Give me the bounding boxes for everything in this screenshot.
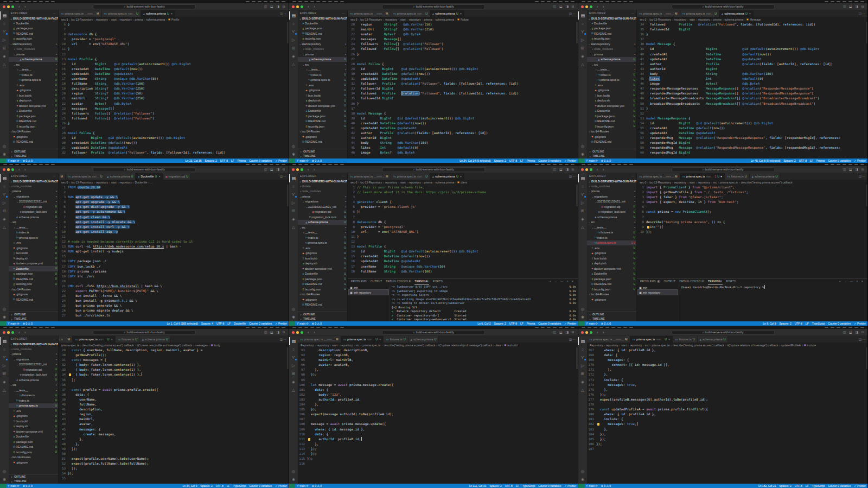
editor-scrollbar[interactable]: [866, 347, 867, 369]
explorer-more-icon[interactable]: ⋯: [53, 11, 56, 15]
tree-item-.gitignore[interactable]: ◆.gitignore: [298, 297, 347, 302]
tree-item-__tests__[interactable]: ⌄__tests__•: [9, 388, 58, 393]
command-center-search[interactable]: ⌕build-servers-with-bun-fastify: [93, 167, 196, 172]
breadcrumb-item[interactable]: schema.prisma: [436, 181, 455, 184]
tab-prisma.spec.ts[interactable]: TSprisma.spec.ts__tests__M: [348, 10, 391, 17]
tree-item-20231030132631_init[interactable]: ⌄20231030132631_init•: [298, 204, 347, 210]
tree-item-README.md[interactable]: ⓂREADME.md: [9, 140, 58, 145]
breadcrumb-item[interactable]: start: [621, 344, 627, 347]
breadcrumb-item[interactable]: sec-3: [640, 18, 646, 21]
tree-item-bun.lockb[interactable]: ▯bun.lockbU: [298, 93, 347, 98]
tree-item-tsconfig.json[interactable]: {}tsconfig.jsonU: [9, 282, 58, 287]
files-icon[interactable]: ▤: [0, 174, 9, 182]
terminal-item-1[interactable]: ▣zsh repository: [638, 290, 678, 295]
tab-schema.prisma[interactable]: ◭schema.prismaU×: [719, 10, 754, 17]
tree-item-index.ts[interactable]: TSindex.tsU: [587, 72, 636, 78]
breadcrumb-item[interactable]: repository: [606, 344, 618, 347]
breadcrumb-item[interactable]: describe("testing prisma access") callba…: [741, 181, 793, 184]
layout-toggle-icons[interactable]: ◫ ⬓ ◨ ⧉: [553, 167, 575, 172]
search-icon[interactable]: ○: [0, 20, 9, 28]
tree-item-bun.lockb[interactable]: ▯bun.lockbU: [587, 93, 636, 98]
indentation[interactable]: Spaces: 2: [493, 159, 508, 162]
remote-indicator[interactable]: [578, 484, 584, 488]
tree-item-README.md[interactable]: ⓂREADME.mdU: [9, 445, 58, 450]
language-mode[interactable]: Prisma: [815, 159, 827, 162]
extension-status[interactable]: Courier 0 variables: [826, 159, 852, 162]
layout-toggle-icons[interactable]: ◫ ⬓ ◨ ⧉: [264, 330, 286, 334]
problems-indicator[interactable]: ⊗ 0 ⚠ 0: [21, 484, 34, 487]
explorer-more-icon[interactable]: ⋯: [631, 174, 634, 178]
source-control-icon[interactable]: Ƴ: [0, 353, 9, 362]
window-controls[interactable]: [3, 168, 14, 171]
breadcrumb-item[interactable]: it("update relationship of message") cal…: [438, 344, 493, 347]
tab-prisma.spec.ts[interactable]: TSprisma.spec.tsstart…1U●: [680, 173, 725, 180]
minimize-window-button[interactable]: [296, 5, 299, 8]
docker-icon[interactable]: ◈: [289, 378, 298, 386]
encoding[interactable]: UTF-8: [508, 322, 519, 325]
terminal-item-0[interactable]: ▣zsh: [349, 285, 388, 290]
tree-item-package.json[interactable]: {}package.jsonU: [9, 439, 58, 445]
tab-prisma.spec.ts[interactable]: TSprisma.spec.ts__tests__M: [587, 336, 630, 343]
tab-Dockerfile[interactable]: ◈DockerfileU×: [136, 173, 163, 180]
maximize-window-button[interactable]: [11, 5, 14, 8]
code-editor[interactable]: 20 region String? @db.VarChar(50)21 main…: [348, 22, 578, 159]
tab-prisma.spec.ts[interactable]: TSprisma.spec.tsstart…U: [391, 173, 431, 180]
window-controls[interactable]: [292, 331, 303, 334]
tree-item-schema.prisma[interactable]: ◭schema.prismaU: [587, 214, 636, 220]
remote-indicator[interactable]: [0, 484, 6, 488]
panel-tab-terminal[interactable]: TERMINAL: [414, 278, 429, 284]
breadcrumb-item[interactable]: describe("testing prisma access") callba…: [82, 344, 134, 347]
tree-item-Dockerfile[interactable]: ◈DockerfileU: [587, 109, 636, 114]
extensions-icon[interactable]: ⊞: [289, 370, 298, 378]
editor-scrollbar[interactable]: [576, 185, 578, 206]
tree-item-__tests__[interactable]: ⌄__tests__•: [587, 225, 636, 230]
explorer-more-icon[interactable]: ⋯: [53, 337, 56, 340]
tree-item-README.md[interactable]: ⓂREADME.md: [587, 31, 636, 36]
files-icon[interactable]: ▤: [289, 174, 298, 182]
tab-fixtures.ts[interactable]: TSfixtures.tsU: [384, 336, 408, 343]
cursor-position[interactable]: Ln 182, Col 22: [757, 484, 778, 487]
tree-item-deploy.sh[interactable]: $deploy.shU: [9, 256, 58, 261]
tree-item-node_modules[interactable]: ›node_modules: [298, 189, 347, 194]
eol[interactable]: LF: [226, 322, 232, 325]
breadcrumb-item[interactable]: repository: [409, 181, 421, 184]
maximize-window-button[interactable]: [11, 168, 14, 171]
breadcrumb-item[interactable]: repository: [698, 18, 710, 21]
tree-item-Dockerfile[interactable]: ◈Dockerfile: [587, 21, 636, 26]
breadcrumb-item[interactable]: Message: [750, 18, 761, 21]
breadcrumb-item[interactable]: repository: [120, 18, 132, 21]
window-controls[interactable]: [581, 5, 592, 8]
tree-item-.gitignore[interactable]: ◆.gitignoreU: [9, 414, 58, 419]
tree-item-fixtures.ts[interactable]: TSfixtures.tsU: [9, 393, 58, 398]
tree-item-package.json[interactable]: {}package.jsonU: [9, 113, 58, 119]
extensions-icon[interactable]: ⊞: [0, 370, 9, 378]
extensions-icon[interactable]: ⊞: [578, 44, 587, 52]
breadcrumb-item[interactable]: start: [332, 344, 337, 347]
explorer-root-folder[interactable]: ⌄BUILD-SERVERS-WITH-BUN-FASTI…: [9, 16, 58, 21]
minimize-window-button[interactable]: [296, 168, 299, 171]
breadcrumb-item[interactable]: updatedProfileA: [781, 344, 801, 347]
tree-item-README.md[interactable]: ⓂREADME.mdU: [587, 282, 636, 287]
tree-item-prisma.spec.ts[interactable]: TSprisma.spec.tsU: [9, 235, 58, 240]
tree-item-package.json[interactable]: {}package.json: [587, 26, 636, 31]
tree-item-Dockerfile[interactable]: ◈DockerfileU: [298, 271, 347, 277]
cursor-position[interactable]: Ln 45, Col 8 (5 selected): [749, 159, 782, 162]
tree-item-tsconfig.json[interactable]: {}tsconfig.json: [587, 36, 636, 42]
problems-indicator[interactable]: ⊗ 0 ⚠ 0: [21, 159, 34, 162]
formatter-status[interactable]: ✓ Prettier: [852, 322, 867, 325]
tree-item-deploy.sh[interactable]: $deploy.shU: [587, 98, 636, 104]
window-controls[interactable]: [292, 5, 303, 8]
cursor-position[interactable]: Ln 23, Col 36: [184, 159, 203, 162]
tree-item-tsconfig.json[interactable]: {}tsconfig.jsonU: [587, 287, 636, 292]
breadcrumb-item[interactable]: client: [461, 181, 467, 184]
tree-item-src[interactable]: ⌄src•: [298, 225, 347, 230]
breadcrumb-item[interactable]: repository: [96, 181, 108, 184]
extensions-icon[interactable]: ⊞: [578, 207, 587, 215]
tab-prisma.spec.ts[interactable]: TSprisma.spec.tsstart…U×: [341, 336, 384, 343]
tree-item-package.json[interactable]: {}package.json: [298, 26, 347, 31]
settings-icon[interactable]: ✱: [289, 150, 298, 159]
breadcrumb-item[interactable]: start: [400, 18, 406, 21]
breadcrumb-item[interactable]: src: [356, 344, 360, 347]
tree-item-migration.sql[interactable]: ▤migration.sqlU: [298, 210, 347, 215]
breadcrumb[interactable]: prisma.spec.ts›describe("testing prisma …: [59, 343, 289, 347]
